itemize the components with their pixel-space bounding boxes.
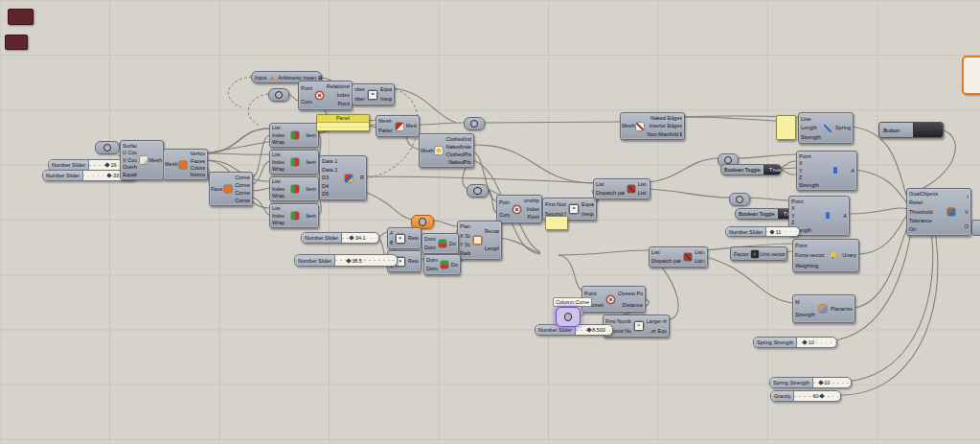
planarize-node[interactable]: MStrength Planarize	[792, 294, 855, 323]
mesh-surface-node[interactable]: Surface U Count V Count Overhang Equaliz…	[120, 140, 164, 180]
relay-node[interactable]	[268, 88, 289, 102]
cull-pattern-node[interactable]: MeshPattern Mesh	[376, 115, 420, 137]
port-label: D4	[322, 183, 337, 190]
port-label: Item	[306, 213, 316, 220]
port-label: Relationship	[524, 198, 539, 204]
y-size-slider[interactable]: Number Slider 38.5	[294, 254, 398, 267]
port-label: Face	[211, 186, 222, 193]
slider-track[interactable]: 60	[794, 391, 840, 401]
multiplication-node[interactable]: AB × Result	[387, 227, 422, 249]
port-label: Wrap	[272, 220, 285, 226]
panel-body[interactable]	[317, 123, 369, 130]
dispatch-node[interactable]: ListDispatch pattern List AList B	[593, 178, 650, 199]
slider-track[interactable]: 34.1	[342, 233, 378, 243]
port-label: Point	[301, 85, 312, 92]
grasshopper-canvas[interactable]: Number Slider 19 Number Slider 33 Surfac…	[0, 0, 980, 444]
list-item-node[interactable]: ListIndexWrap Item	[269, 150, 319, 175]
equals-node[interactable]: First NumberSecond Number = EqualityIneq…	[352, 83, 395, 105]
relay-node[interactable]	[729, 193, 750, 206]
merge-node[interactable]: Data 1 Data 2 D3 D4 D5 R	[319, 155, 367, 200]
panel-body[interactable]	[777, 116, 795, 139]
slider-track[interactable]: 10	[813, 378, 851, 387]
equals-icon: =	[368, 90, 377, 100]
spring-strength-slider[interactable]: Spring Strength 10	[753, 337, 837, 348]
x-size-slider[interactable]: Number Slider 34.1	[301, 232, 379, 244]
slider-value: 10	[824, 380, 830, 386]
port-label: Equality	[380, 86, 392, 93]
slider-track[interactable]: 38.5	[335, 255, 397, 266]
port-label: Second Number	[354, 96, 365, 103]
deconstruct-mesh-node[interactable]: Mesh Vertices Faces Colours Normals	[163, 149, 208, 180]
partial-warning-node	[962, 56, 980, 95]
boolean-toggle[interactable]: Boolean Toggle True	[735, 208, 796, 220]
port-label: Z	[799, 175, 819, 181]
mini-panel-node[interactable]	[776, 115, 796, 140]
panel-node[interactable]: Panel	[316, 114, 370, 131]
relay-node[interactable]	[467, 184, 489, 198]
slider-track[interactable]: 10	[797, 338, 836, 347]
relay-node[interactable]	[464, 117, 485, 130]
column-curve-tag: Column Curve	[553, 297, 592, 307]
spring-node[interactable]: LineLengthStrength Spring	[798, 112, 854, 144]
slider-track[interactable]: 8.500	[576, 325, 612, 335]
rectangle-node[interactable]: Plane X Size Y Size Radius RectangleLeng…	[457, 221, 502, 260]
construct-domain-icon	[441, 261, 448, 269]
slider-knob[interactable]	[586, 327, 592, 333]
button-body[interactable]	[913, 123, 943, 137]
panel-body[interactable]	[546, 217, 567, 229]
slider-knob[interactable]	[350, 235, 355, 241]
port-label: Point	[327, 101, 350, 107]
port-label: V Count	[123, 157, 137, 164]
merge-icon	[345, 175, 353, 182]
mesh-edges-node[interactable]: Mesh Naked Edges Interior Edges Non-Mani…	[620, 112, 685, 140]
slider-knob[interactable]	[819, 393, 825, 399]
port-label: Y	[791, 213, 811, 220]
construct-domain-node[interactable]: Domain startDomain end Domain	[422, 233, 459, 254]
naked-vertices-node[interactable]: Mesh ClothedIndex NakedIndex ClothedPts …	[419, 133, 474, 168]
slider-track[interactable]: 11	[766, 227, 799, 236]
port-label: Data 2	[322, 167, 337, 174]
face-corners-node[interactable]: Face Corner A Corner B Corner C Corner D	[209, 172, 253, 206]
slider-knob[interactable]	[346, 258, 352, 264]
anchor-icon	[832, 167, 839, 175]
port-label: Distance	[618, 302, 643, 309]
list-item-node[interactable]: ListIndexWrap Item	[269, 123, 319, 148]
port-label: X Size	[460, 233, 470, 240]
port-label: M	[795, 299, 815, 306]
reset-button[interactable]: Button	[878, 122, 944, 138]
list-item-node[interactable]: ListIndexWrap Item	[269, 176, 319, 201]
boolean-toggle[interactable]: Boolean Toggle True	[720, 164, 782, 175]
port-label: List A	[638, 181, 648, 188]
gravity-slider[interactable]: Gravity 60	[770, 390, 841, 402]
point-in-curve-node[interactable]: PointCurve RelationshipIndexPoint	[298, 81, 353, 110]
construct-domain-node[interactable]: Domain startDomain end Domain	[423, 254, 461, 275]
expand-icon[interactable]: ⊞	[318, 75, 323, 81]
anchor-xyz-node[interactable]: Point X Y Z Strength A	[796, 151, 857, 191]
port-label: Unary	[842, 252, 856, 259]
multiplication-icon: ×	[396, 234, 405, 244]
slider-label: Number Slider	[43, 171, 83, 180]
column-curve-param[interactable]	[556, 307, 581, 327]
dispatch-node[interactable]: ListDispatch pattern List AList B	[649, 246, 708, 268]
slider-knob[interactable]	[104, 162, 110, 168]
list-item-node[interactable]: ListIndexWrap Item	[269, 203, 319, 228]
port-label: Force vector	[795, 252, 825, 259]
point-in-curve-node[interactable]: PointCurve RelationshipIndexPoint	[496, 195, 542, 223]
unary-force-node[interactable]: PointForce vectorWeighting Unary	[792, 239, 859, 272]
spring-strength-slider[interactable]: Spring Strength 10	[769, 377, 852, 388]
port-label: Index	[524, 206, 539, 213]
port-label: Strength	[799, 182, 819, 189]
unit-vector-node[interactable]: Factor ↑ Unit vector	[730, 246, 787, 261]
toggle-value[interactable]: True	[763, 165, 782, 175]
surface-param-node[interactable]	[95, 141, 120, 154]
mini-panel-node[interactable]	[545, 216, 568, 230]
slider-knob[interactable]	[802, 339, 808, 345]
kangaroo-solver-node[interactable]: GoalObjects Reset Threshold Tolerance On…	[906, 188, 971, 236]
port-label: Colours	[190, 165, 205, 172]
anchor-strength-slider[interactable]: Number Slider 11	[725, 226, 800, 237]
slider-knob[interactable]	[769, 229, 775, 235]
slider-knob[interactable]	[107, 173, 113, 178]
port-label: Item	[306, 132, 316, 139]
slider-label: Number Slider	[295, 255, 335, 266]
slider-knob[interactable]	[818, 380, 824, 386]
